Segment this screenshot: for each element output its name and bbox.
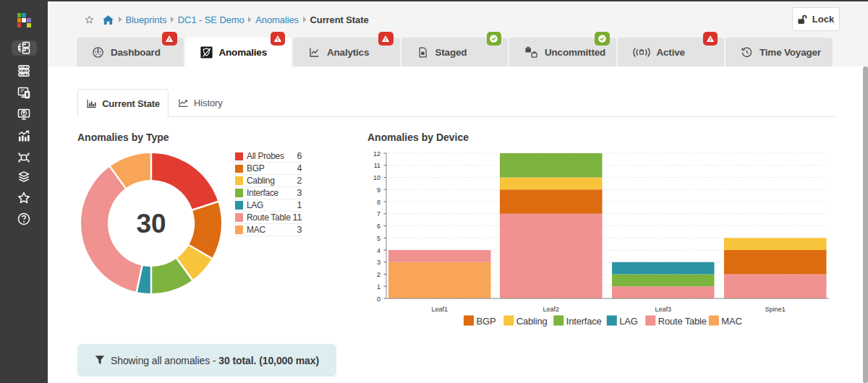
svg-text:12: 12 xyxy=(373,150,380,158)
svg-text:1: 1 xyxy=(377,283,380,291)
svg-text:Spine1: Spine1 xyxy=(765,306,786,313)
svg-text:Leaf3: Leaf3 xyxy=(655,306,672,313)
svg-text:3: 3 xyxy=(377,259,380,266)
svg-text:30: 30 xyxy=(136,209,166,238)
svg-text:LAG: LAG xyxy=(619,316,638,327)
svg-text:Route Table: Route Table xyxy=(658,316,707,327)
svg-text:7: 7 xyxy=(377,210,380,218)
svg-text:11: 11 xyxy=(374,162,380,169)
svg-text:Leaf1: Leaf1 xyxy=(432,306,448,313)
svg-text:Cabling: Cabling xyxy=(516,316,548,327)
svg-text:10: 10 xyxy=(373,174,380,181)
svg-text:5: 5 xyxy=(377,235,380,242)
svg-text:0: 0 xyxy=(377,296,380,303)
svg-text:4: 4 xyxy=(377,247,380,254)
svg-text:6: 6 xyxy=(377,223,380,230)
svg-text:Interface: Interface xyxy=(566,316,602,327)
svg-text:8: 8 xyxy=(377,199,380,206)
svg-text:9: 9 xyxy=(377,186,380,194)
svg-text:Leaf2: Leaf2 xyxy=(543,306,560,313)
svg-text:BGP: BGP xyxy=(477,316,496,327)
svg-text:2: 2 xyxy=(377,271,380,278)
svg-text:MAC: MAC xyxy=(721,316,741,327)
